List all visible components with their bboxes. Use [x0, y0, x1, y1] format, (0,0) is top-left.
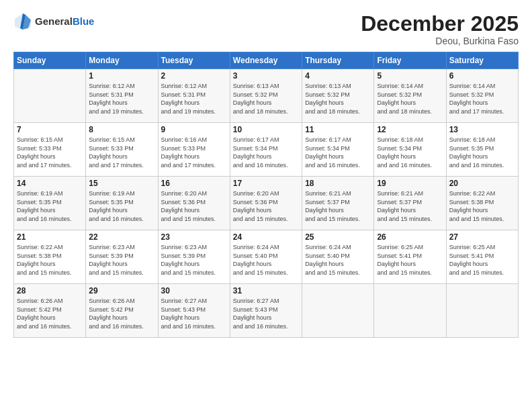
day-info: Sunrise: 6:12 AMSunset: 5:31 PMDaylight … [89, 82, 154, 116]
day-number: 15 [89, 179, 154, 188]
calendar-week-3: 14Sunrise: 6:19 AMSunset: 5:35 PMDayligh… [14, 177, 519, 230]
day-info: Sunrise: 6:21 AMSunset: 5:37 PMDaylight … [305, 189, 371, 223]
calendar-cell [302, 284, 374, 338]
day-number: 18 [305, 179, 371, 188]
day-number: 2 [161, 71, 227, 81]
calendar-cell: 29Sunrise: 6:26 AMSunset: 5:42 PMDayligh… [86, 284, 158, 338]
day-number: 1 [89, 71, 154, 81]
calendar-cell: 20Sunrise: 6:22 AMSunset: 5:38 PMDayligh… [446, 177, 518, 230]
calendar-cell: 8Sunrise: 6:15 AMSunset: 5:33 PMDaylight… [86, 123, 158, 177]
day-number: 10 [233, 125, 299, 134]
day-number: 19 [377, 179, 443, 188]
calendar-cell: 6Sunrise: 6:14 AMSunset: 5:32 PMDaylight… [446, 69, 518, 123]
calendar-cell [14, 69, 86, 123]
logo-blue: Blue [73, 15, 95, 27]
day-info: Sunrise: 6:12 AMSunset: 5:31 PMDaylight … [161, 82, 227, 116]
col-wednesday: Wednesday [230, 52, 302, 69]
col-saturday: Saturday [446, 52, 518, 69]
calendar-cell [446, 284, 518, 338]
calendar-cell: 22Sunrise: 6:23 AMSunset: 5:39 PMDayligh… [86, 230, 158, 284]
day-number: 21 [17, 232, 83, 242]
calendar-cell: 2Sunrise: 6:12 AMSunset: 5:31 PMDaylight… [158, 69, 230, 123]
calendar-week-4: 21Sunrise: 6:22 AMSunset: 5:38 PMDayligh… [14, 230, 519, 284]
title-block: December 2025 Deou, Burkina Faso [361, 12, 519, 46]
day-number: 3 [233, 71, 299, 81]
calendar-cell: 4Sunrise: 6:13 AMSunset: 5:32 PMDaylight… [302, 69, 374, 123]
day-number: 17 [233, 179, 299, 188]
day-number: 5 [377, 71, 443, 81]
day-number: 9 [161, 125, 227, 134]
day-number: 4 [305, 71, 371, 81]
calendar-cell: 25Sunrise: 6:24 AMSunset: 5:40 PMDayligh… [302, 230, 374, 284]
day-info: Sunrise: 6:25 AMSunset: 5:41 PMDaylight … [449, 243, 515, 277]
calendar-cell: 21Sunrise: 6:22 AMSunset: 5:38 PMDayligh… [14, 230, 86, 284]
calendar-cell: 7Sunrise: 6:15 AMSunset: 5:33 PMDaylight… [14, 123, 86, 177]
calendar-cell: 27Sunrise: 6:25 AMSunset: 5:41 PMDayligh… [446, 230, 518, 284]
calendar-body: 1Sunrise: 6:12 AMSunset: 5:31 PMDaylight… [14, 69, 519, 338]
logo-text: GeneralBlue [35, 15, 94, 27]
header: GeneralBlue December 2025 Deou, Burkina … [13, 12, 519, 46]
day-number: 28 [17, 286, 83, 295]
calendar-cell: 26Sunrise: 6:25 AMSunset: 5:41 PMDayligh… [374, 230, 446, 284]
calendar-cell: 17Sunrise: 6:20 AMSunset: 5:36 PMDayligh… [230, 177, 302, 230]
col-monday: Monday [86, 52, 158, 69]
day-info: Sunrise: 6:24 AMSunset: 5:40 PMDaylight … [233, 243, 299, 277]
calendar-week-5: 28Sunrise: 6:26 AMSunset: 5:42 PMDayligh… [14, 284, 519, 338]
day-info: Sunrise: 6:17 AMSunset: 5:34 PMDaylight … [233, 136, 299, 169]
month-title: December 2025 [361, 12, 519, 36]
day-info: Sunrise: 6:18 AMSunset: 5:34 PMDaylight … [377, 136, 443, 169]
calendar-cell: 9Sunrise: 6:16 AMSunset: 5:33 PMDaylight… [158, 123, 230, 177]
calendar-cell: 11Sunrise: 6:17 AMSunset: 5:34 PMDayligh… [302, 123, 374, 177]
location: Deou, Burkina Faso [361, 36, 519, 46]
day-info: Sunrise: 6:27 AMSunset: 5:43 PMDaylight … [233, 297, 299, 330]
calendar-cell: 3Sunrise: 6:13 AMSunset: 5:32 PMDaylight… [230, 69, 302, 123]
calendar-cell: 30Sunrise: 6:27 AMSunset: 5:43 PMDayligh… [158, 284, 230, 338]
day-number: 13 [449, 125, 515, 134]
calendar-cell: 16Sunrise: 6:20 AMSunset: 5:36 PMDayligh… [158, 177, 230, 230]
day-number: 25 [305, 232, 371, 242]
calendar-cell: 28Sunrise: 6:26 AMSunset: 5:42 PMDayligh… [14, 284, 86, 338]
calendar-cell: 15Sunrise: 6:19 AMSunset: 5:35 PMDayligh… [86, 177, 158, 230]
calendar-cell: 19Sunrise: 6:21 AMSunset: 5:37 PMDayligh… [374, 177, 446, 230]
day-info: Sunrise: 6:26 AMSunset: 5:42 PMDaylight … [89, 297, 154, 330]
day-info: Sunrise: 6:25 AMSunset: 5:41 PMDaylight … [377, 243, 443, 277]
day-number: 7 [17, 125, 83, 134]
day-info: Sunrise: 6:18 AMSunset: 5:35 PMDaylight … [449, 136, 515, 169]
day-number: 27 [449, 232, 515, 242]
day-number: 14 [17, 179, 83, 188]
day-number: 30 [161, 286, 227, 295]
day-info: Sunrise: 6:23 AMSunset: 5:39 PMDaylight … [89, 243, 154, 277]
calendar-table: Sunday Monday Tuesday Wednesday Thursday… [13, 52, 519, 338]
day-number: 29 [89, 286, 154, 295]
page: GeneralBlue December 2025 Deou, Burkina … [0, 0, 532, 411]
calendar-header: Sunday Monday Tuesday Wednesday Thursday… [14, 52, 519, 69]
day-info: Sunrise: 6:23 AMSunset: 5:39 PMDaylight … [161, 243, 227, 277]
col-tuesday: Tuesday [158, 52, 230, 69]
day-info: Sunrise: 6:14 AMSunset: 5:32 PMDaylight … [449, 82, 515, 116]
day-number: 20 [449, 179, 515, 188]
day-info: Sunrise: 6:19 AMSunset: 5:35 PMDaylight … [17, 189, 83, 223]
day-info: Sunrise: 6:26 AMSunset: 5:42 PMDaylight … [17, 297, 83, 330]
day-number: 8 [89, 125, 154, 134]
day-number: 16 [161, 179, 227, 188]
day-info: Sunrise: 6:13 AMSunset: 5:32 PMDaylight … [305, 82, 371, 116]
day-info: Sunrise: 6:21 AMSunset: 5:37 PMDaylight … [377, 189, 443, 223]
day-info: Sunrise: 6:14 AMSunset: 5:32 PMDaylight … [377, 82, 443, 116]
calendar-cell: 13Sunrise: 6:18 AMSunset: 5:35 PMDayligh… [446, 123, 518, 177]
calendar-cell: 1Sunrise: 6:12 AMSunset: 5:31 PMDaylight… [86, 69, 158, 123]
col-friday: Friday [374, 52, 446, 69]
day-info: Sunrise: 6:15 AMSunset: 5:33 PMDaylight … [89, 136, 154, 169]
day-number: 31 [233, 286, 299, 295]
calendar-week-1: 1Sunrise: 6:12 AMSunset: 5:31 PMDaylight… [14, 69, 519, 123]
day-number: 12 [377, 125, 443, 134]
calendar-cell: 31Sunrise: 6:27 AMSunset: 5:43 PMDayligh… [230, 284, 302, 338]
day-info: Sunrise: 6:15 AMSunset: 5:33 PMDaylight … [17, 136, 83, 169]
calendar-cell: 23Sunrise: 6:23 AMSunset: 5:39 PMDayligh… [158, 230, 230, 284]
day-number: 11 [305, 125, 371, 134]
calendar-cell: 12Sunrise: 6:18 AMSunset: 5:34 PMDayligh… [374, 123, 446, 177]
day-number: 26 [377, 232, 443, 242]
calendar-cell [374, 284, 446, 338]
calendar-cell: 14Sunrise: 6:19 AMSunset: 5:35 PMDayligh… [14, 177, 86, 230]
day-info: Sunrise: 6:24 AMSunset: 5:40 PMDaylight … [305, 243, 371, 277]
day-info: Sunrise: 6:22 AMSunset: 5:38 PMDaylight … [449, 189, 515, 223]
